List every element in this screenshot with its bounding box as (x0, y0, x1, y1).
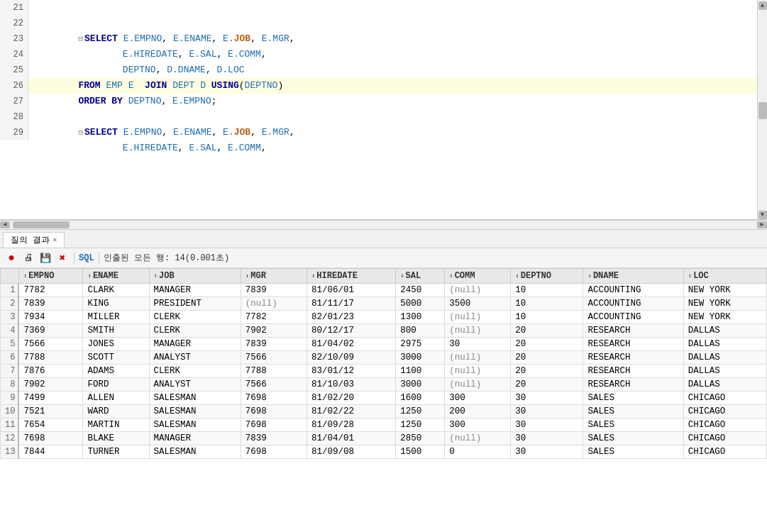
results-toolbar: ● 🖨 💾 ✖ SQL 인출된 모든 행: 14(0.001초) (0, 248, 767, 268)
cell-ename: BLAKE (83, 432, 149, 445)
col-header-sal[interactable]: ⬍SAL (396, 269, 445, 284)
cell-empno: 7521 (18, 405, 83, 419)
table-row[interactable]: 127698BLAKEMANAGER783981/04/012850(null)… (1, 432, 767, 445)
col-header-mgr[interactable]: ⬍MGR (241, 269, 307, 284)
cell-mgr: 7788 (241, 365, 307, 378)
cell-hiredate: 81/02/20 (307, 392, 395, 405)
stop-icon[interactable]: ● (4, 251, 18, 265)
cell-mgr: 7698 (241, 445, 307, 459)
cell-deptno: 30 (511, 419, 583, 432)
cell-empno: 7902 (18, 378, 83, 392)
table-row[interactable]: 67788SCOTTANALYST756682/10/093000(null)2… (1, 351, 767, 365)
cell-dname: RESEARCH (583, 324, 683, 338)
col-header-deptno[interactable]: ⬍DEPTNO (511, 269, 583, 284)
cell-empno: 7654 (18, 419, 83, 432)
cell-dname: SALES (583, 419, 683, 432)
cell-empno: 7782 (18, 284, 83, 297)
row-num-header (1, 269, 19, 284)
cell-deptno: 30 (511, 432, 583, 445)
cell-mgr: 7839 (241, 284, 307, 297)
cell-deptno: 10 (511, 284, 583, 297)
table-row[interactable]: 87902FORDANALYST756681/10/033000(null)20… (1, 378, 767, 392)
cell-sal: 1300 (396, 311, 445, 324)
cell-job: MANAGER (149, 284, 241, 297)
table-row[interactable]: 77876ADAMSCLERK778883/01/121100(null)20R… (1, 365, 767, 378)
col-header-dname[interactable]: ⬍DNAME (583, 269, 683, 284)
col-header-comm[interactable]: ⬍COMM (445, 269, 511, 284)
cell-mgr: 7698 (241, 405, 307, 419)
cell-loc: CHICAGO (683, 392, 766, 405)
cell-deptno: 20 (511, 365, 583, 378)
cell-hiredate: 83/01/12 (307, 365, 395, 378)
cell-mgr: 7698 (241, 392, 307, 405)
cell-ename: WARD (83, 405, 149, 419)
cell-empno: 7369 (18, 324, 83, 338)
cell-mgr: 7839 (241, 338, 307, 351)
cell-loc: DALLAS (683, 338, 766, 351)
cell-loc: DALLAS (683, 324, 766, 338)
save-icon[interactable]: 💾 (38, 251, 53, 265)
cell-deptno: 20 (511, 324, 583, 338)
sql-editor[interactable]: 21 22 23 24 25 26 27 28 29 ⊟SELECT E.EMP… (0, 0, 767, 220)
row-number: 10 (1, 405, 19, 419)
vertical-scrollbar[interactable]: ▲ ▼ (757, 0, 767, 219)
col-header-empno[interactable]: ⬍EMPNO (18, 269, 83, 284)
table-row[interactable]: 107521WARDSALESMAN769881/02/22125020030S… (1, 405, 767, 419)
cell-dname: ACCOUNTING (583, 297, 683, 311)
cell-job: PRESIDENT (149, 297, 241, 311)
cell-deptno: 30 (511, 392, 583, 405)
cell-deptno: 10 (511, 297, 583, 311)
cell-loc: CHICAGO (683, 445, 766, 459)
cell-ename: FORD (83, 378, 149, 392)
cell-mgr: 7566 (241, 351, 307, 365)
row-number: 1 (1, 284, 19, 297)
tab-close-button[interactable]: ✕ (53, 233, 57, 248)
row-number: 13 (1, 445, 19, 459)
cell-loc: NEW YORK (683, 311, 766, 324)
col-header-hiredate[interactable]: ⬍HIREDATE (307, 269, 395, 284)
table-row[interactable]: 37934MILLERCLERK778282/01/231300(null)10… (1, 311, 767, 324)
horizontal-scrollbar[interactable]: ◄ ► (0, 220, 767, 230)
cell-comm: 30 (445, 338, 511, 351)
cell-comm: 300 (445, 419, 511, 432)
separator (74, 253, 75, 264)
code-line-22: ⊟SELECT E.EMPNO, E.ENAME, E.JOB, E.MGR, (28, 16, 757, 31)
delete-icon[interactable]: ✖ (55, 251, 70, 265)
table-row[interactable]: 97499ALLENSALESMAN769881/02/20160030030S… (1, 392, 767, 405)
cell-hiredate: 81/11/17 (307, 297, 395, 311)
cell-deptno: 10 (511, 311, 583, 324)
cell-mgr: 7902 (241, 324, 307, 338)
col-header-job[interactable]: ⬍JOB (149, 269, 241, 284)
cell-ename: MARTIN (83, 419, 149, 432)
collapse-icon-28[interactable]: ⊟ (78, 128, 83, 137)
cell-job: SALESMAN (149, 392, 241, 405)
cell-deptno: 30 (511, 405, 583, 419)
col-header-ename[interactable]: ⬍ENAME (83, 269, 149, 284)
cell-hiredate: 81/09/28 (307, 419, 395, 432)
table-row[interactable]: 137844TURNERSALESMAN769881/09/081500030S… (1, 445, 767, 459)
separator2 (99, 253, 99, 264)
cell-comm: (null) (445, 432, 511, 445)
collapse-icon-22[interactable]: ⊟ (78, 35, 83, 43)
print-icon[interactable]: 🖨 (21, 251, 35, 265)
cell-empno: 7934 (18, 311, 83, 324)
results-tab[interactable]: 질의 결과 ✕ (3, 232, 65, 248)
table-row[interactable]: 117654MARTINSALESMAN769881/09/2812503003… (1, 419, 767, 432)
cell-sal: 1600 (396, 392, 445, 405)
cell-hiredate: 80/12/17 (307, 324, 395, 338)
h-scroll-thumb[interactable] (13, 221, 70, 228)
cell-comm: (null) (445, 365, 511, 378)
table-row[interactable]: 47369SMITHCLERK790280/12/17800(null)20RE… (1, 324, 767, 338)
table-row[interactable]: 57566JONESMANAGER783981/04/0229753020RES… (1, 338, 767, 351)
cell-empno: 7876 (18, 365, 83, 378)
table-row[interactable]: 27839KINGPRESIDENT(null)81/11/1750003500… (1, 297, 767, 311)
row-number: 12 (1, 432, 19, 445)
table-row[interactable]: 17782CLARKMANAGER783981/06/012450(null)1… (1, 284, 767, 297)
cell-hiredate: 81/06/01 (307, 284, 395, 297)
cell-sal: 2850 (396, 432, 445, 445)
cell-comm: (null) (445, 324, 511, 338)
cell-dname: ACCOUNTING (583, 311, 683, 324)
col-header-loc[interactable]: ⬍LOC (683, 269, 766, 284)
cell-deptno: 30 (511, 445, 583, 459)
cell-deptno: 20 (511, 338, 583, 351)
